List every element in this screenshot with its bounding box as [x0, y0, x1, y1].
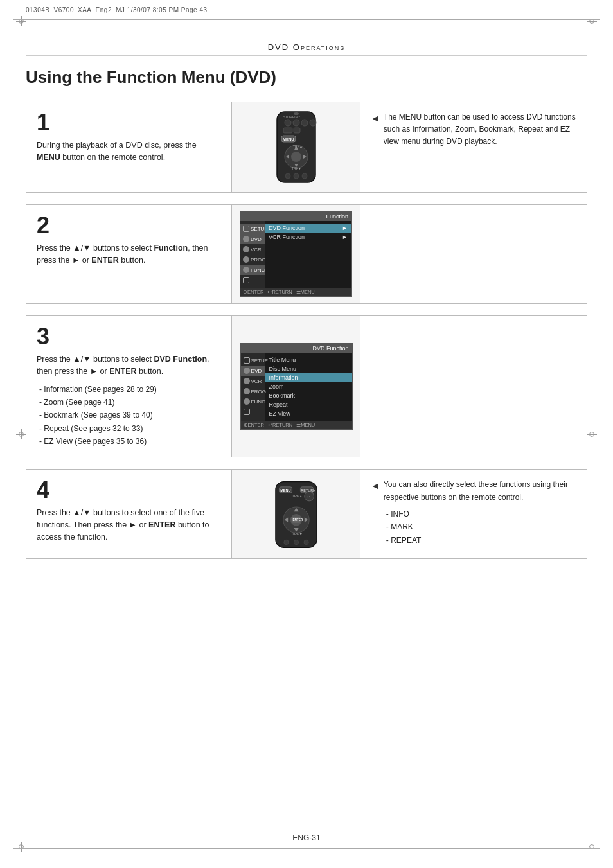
- s3-sidebar-dvd: DVD: [241, 366, 265, 376]
- section-header-box: DVD Operations: [26, 39, 587, 56]
- sidebar-func-label: FUNC: [251, 267, 265, 273]
- step-4-note-list: INFO MARK REPEAT: [384, 508, 576, 547]
- svg-text:TRK▼: TRK▼: [292, 166, 301, 170]
- sub-item-zoom: Zoom (See page 41): [37, 396, 221, 409]
- step-3-menu-items: Title Menu Disc Menu Information Zoom Bo…: [265, 353, 352, 421]
- step-1-note: ◄ The MENU button can be used to access …: [360, 102, 587, 192]
- step-3-sidebar: SETUP DVD VCR PROG: [241, 353, 265, 421]
- menu-item-vcr-function: VCR Function ►: [265, 233, 351, 242]
- note-item-info: INFO: [384, 508, 576, 520]
- step-1-image: STOP PLAY MENU TRK▲ TRK▼: [232, 102, 360, 192]
- s3-prog-icon: [244, 388, 250, 394]
- step-4-note: ◄ You can also directly select these fun…: [360, 470, 587, 558]
- step-3-number: 3: [37, 325, 221, 348]
- svg-point-40: [283, 540, 288, 545]
- sub-item-repeat: Repeat (See pages 32 to 33): [37, 422, 221, 435]
- section-header-text: DVD Operations: [268, 42, 346, 52]
- content-area: DVD Operations Using the Function Menu (…: [26, 39, 587, 829]
- step-2-note: [360, 205, 587, 303]
- step-2-menu-screen: Function SETUP DVD VCR: [240, 211, 352, 297]
- sub-item-bookmark: Bookmark (See pages 39 to 40): [37, 409, 221, 421]
- s3-setup-icon: [244, 357, 250, 364]
- s3-item-ez-view: EZ View: [265, 409, 352, 418]
- step-1-note-text: The MENU button can be used to access DV…: [384, 111, 576, 148]
- remote-svg-step4: MENU RETURN ↩ TRK▲ ENTER: [251, 479, 341, 549]
- step-1-number: 1: [37, 111, 221, 134]
- page-footer: ENG-31: [0, 833, 613, 842]
- step-4-left: 4 Press the ▲/▼ buttons to select one of…: [26, 470, 232, 558]
- step-3-menu-body: SETUP DVD VCR PROG: [241, 353, 352, 421]
- svg-point-22: [294, 112, 299, 115]
- step-4-row: 4 Press the ▲/▼ buttons to select one of…: [26, 469, 587, 559]
- svg-point-19: [285, 173, 290, 179]
- step-2-menu-items: DVD Function ► VCR Function ►: [265, 221, 351, 288]
- svg-text:TRK▲: TRK▲: [292, 495, 302, 499]
- s3-item-repeat: Repeat: [265, 400, 352, 409]
- step-3-row: 3 Press the ▲/▼ buttons to select DVD Fu…: [26, 315, 587, 457]
- header-metadata: 01304B_V6700_XAA_Eng2_MJ 1/30/07 8:05 PM…: [26, 6, 208, 13]
- step-3-text: Press the ▲/▼ buttons to select DVD Func…: [37, 353, 221, 378]
- s3-item-title-menu: Title Menu: [265, 355, 352, 364]
- s3-dvd-label: DVD: [251, 368, 262, 374]
- step-1-left: 1 During the playback of a DVD disc, pre…: [26, 102, 232, 192]
- svg-point-1: [285, 120, 291, 126]
- s3-func-icon: [244, 398, 250, 405]
- sidebar-setup: SETUP: [240, 224, 265, 234]
- step-2-menu-title: Function: [240, 212, 351, 221]
- svg-point-4: [310, 120, 316, 126]
- s3-footer-menu: ☰MENU: [296, 422, 315, 428]
- step-2-left: 2 Press the ▲/▼ buttons to select Functi…: [26, 205, 232, 303]
- step-3-menu-footer: ⊕ENTER ↩RETURN ☰MENU: [241, 421, 352, 429]
- s3-sidebar-setup: SETUP: [241, 355, 265, 366]
- s3-dvd-icon: [244, 368, 250, 374]
- s3-item-disc-menu: Disc Menu: [265, 364, 352, 373]
- svg-text:ENTER: ENTER: [292, 518, 303, 522]
- step-2-number: 2: [37, 214, 221, 237]
- step-1-arrow-icon: ◄: [371, 111, 380, 125]
- svg-point-20: [294, 173, 299, 179]
- dvd-icon: [243, 236, 249, 242]
- s3-vcr-label: VCR: [251, 378, 262, 384]
- step-4-text: Press the ▲/▼ buttons to select one of t…: [37, 507, 221, 543]
- svg-rect-8: [294, 128, 300, 133]
- svg-point-21: [302, 173, 307, 179]
- s3-settings-icon: [244, 409, 250, 415]
- svg-text:MENU: MENU: [283, 137, 294, 141]
- step-2-text: Press the ▲/▼ buttons to select Function…: [37, 242, 221, 267]
- menu-item-dvd-function: DVD Function ►: [265, 224, 351, 233]
- step-3-menu-screen: DVD Function SETUP DVD VCR: [240, 343, 353, 430]
- svg-point-2: [293, 120, 299, 126]
- footer-enter: ⊕ENTER: [243, 289, 263, 295]
- step-3-sublist: Information (See pages 28 to 29) Zoom (S…: [37, 383, 221, 448]
- step-3-left: 3 Press the ▲/▼ buttons to select DVD Fu…: [26, 316, 232, 457]
- page-number: ENG-31: [292, 833, 320, 842]
- sidebar-settings: [240, 275, 265, 285]
- s3-sidebar-func: FUNC: [241, 396, 265, 407]
- remote-svg-step1: STOP PLAY MENU TRK▲ TRK▼: [242, 109, 351, 186]
- note-item-mark: MARK: [384, 520, 576, 533]
- s3-footer-return: ↩RETURN: [268, 422, 292, 428]
- prog-icon: [243, 256, 249, 263]
- s3-footer-enter: ⊕ENTER: [244, 422, 264, 428]
- svg-point-3: [301, 120, 308, 126]
- sidebar-func: FUNC: [240, 265, 265, 275]
- footer-menu: ☰MENU: [296, 289, 315, 295]
- s3-sidebar-vcr: VCR: [241, 376, 265, 386]
- step-2-row: 2 Press the ▲/▼ buttons to select Functi…: [26, 204, 587, 304]
- s3-prog-label: PROG: [251, 389, 267, 394]
- svg-text:TRK▼: TRK▼: [292, 532, 302, 536]
- svg-point-12: [291, 152, 301, 162]
- s3-sidebar-settings: [241, 407, 265, 417]
- setup-icon: [243, 226, 249, 232]
- step-1-text: During the playback of a DVD disc, press…: [37, 139, 221, 164]
- step-1-row: 1 During the playback of a DVD disc, pre…: [26, 102, 587, 193]
- sidebar-prog-label: PROG: [251, 257, 266, 263]
- sidebar-dvd: DVD: [240, 234, 265, 244]
- step-2-menu-footer: ⊕ENTER ↩RETURN ☰MENU: [240, 288, 351, 296]
- sidebar-dvd-label: DVD: [251, 236, 262, 242]
- note-item-repeat: REPEAT: [384, 534, 576, 547]
- step-4-note-text: You can also directly select these funct…: [384, 480, 568, 501]
- step-2-sidebar: SETUP DVD VCR PROG: [240, 221, 265, 288]
- sidebar-vcr: VCR: [240, 244, 265, 254]
- svg-text:↩: ↩: [307, 495, 310, 499]
